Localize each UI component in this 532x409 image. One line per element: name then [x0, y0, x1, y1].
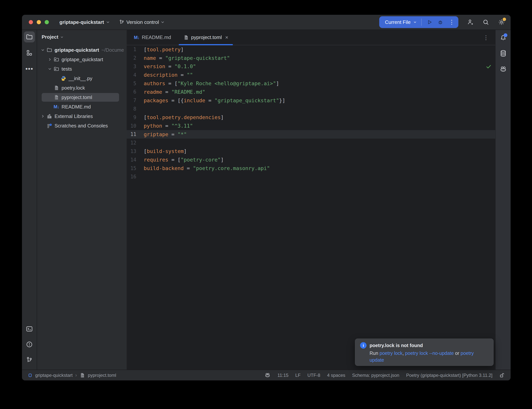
notification-link[interactable]: poetry lock --no-update — [405, 351, 454, 356]
scratches-icon — [46, 122, 53, 129]
structure-tool-button[interactable] — [24, 47, 35, 58]
code-line-8[interactable]: 8 — [127, 105, 495, 113]
code-line-text: packages = [{include = "griptape_quickst… — [144, 98, 285, 103]
unlocked-padlock-icon[interactable] — [499, 372, 505, 378]
module-icon — [28, 373, 33, 378]
info-icon: i — [360, 342, 367, 349]
line-number: 16 — [127, 174, 136, 179]
tab-readme-md[interactable]: M↓README.md — [129, 30, 176, 45]
chevron-down-icon[interactable] — [413, 21, 417, 23]
code-line-13[interactable]: 13[build-system] — [127, 147, 495, 156]
code-line-text: version = "0.1.0" — [144, 64, 196, 69]
maximize-window-button[interactable] — [45, 20, 49, 24]
problems-icon — [26, 341, 33, 348]
close-tab-icon[interactable]: × — [225, 35, 228, 40]
project-tool-button[interactable] — [24, 31, 35, 42]
tree-item-griptape-quickstart[interactable]: griptape_quickstart — [37, 55, 127, 64]
chevron-right-icon[interactable] — [46, 57, 53, 61]
tree-item-tests[interactable]: tests — [37, 64, 127, 74]
chevron-right-icon[interactable] — [39, 114, 46, 118]
code-line-text: readme = "README.md" — [144, 89, 205, 95]
run-more-actions-icon[interactable]: ⋮ — [449, 19, 455, 25]
run-icon[interactable] — [426, 19, 433, 25]
code-line-7[interactable]: 7packages = [{include = "griptape_quicks… — [127, 96, 495, 105]
line-number: 12 — [127, 140, 136, 146]
minimize-window-button[interactable] — [37, 20, 41, 24]
notification-link[interactable]: poetry lock — [380, 351, 403, 356]
add-user-icon[interactable] — [467, 19, 474, 26]
tree-item-griptape-quickstart[interactable]: griptape-quickstart~/Docume — [37, 45, 127, 55]
project-selector[interactable]: griptape-quickstart — [59, 19, 110, 25]
tab-pyproject-toml[interactable]: [T]pyproject.toml× — [179, 30, 233, 45]
line-number: 1 — [127, 46, 136, 52]
more-tool-windows-button[interactable]: ••• — [24, 63, 35, 74]
tree-item-readme-md[interactable]: M↓README.md — [37, 102, 127, 112]
code-line-5[interactable]: 5authors = ["Kyle Roche <hello@griptape.… — [127, 79, 495, 88]
code-line-12[interactable]: 12 — [127, 139, 495, 147]
code-editor[interactable]: 1[tool.poetry]2name = "griptape-quicksta… — [127, 45, 495, 370]
chevron-down-icon[interactable] — [46, 68, 53, 70]
code-line-11[interactable]: 11griptape = "*" — [127, 130, 495, 139]
tree-item-label: griptape_quickstart — [62, 57, 103, 63]
terminal-tool-button[interactable] — [24, 323, 35, 335]
code-line-4[interactable]: 4description = "" — [127, 71, 495, 79]
tree-item-pyproject-toml[interactable]: [T]pyproject.toml — [37, 93, 127, 102]
code-line-1[interactable]: 1[tool.poetry] — [127, 45, 495, 54]
close-window-button[interactable] — [29, 20, 33, 24]
tree-item-external-libraries[interactable]: External Libraries — [37, 112, 127, 121]
ai-assistant-icon[interactable] — [265, 372, 271, 378]
tree-item-scratches-and-consoles[interactable]: Scratches and Consoles — [37, 121, 127, 130]
code-line-10[interactable]: 10python = "^3.11" — [127, 121, 495, 130]
line-number: 5 — [127, 81, 136, 86]
line-number: 15 — [127, 166, 136, 171]
markdown-icon: M↓ — [53, 103, 60, 110]
settings-notification-badge — [503, 18, 506, 21]
code-line-14[interactable]: 14requires = ["poetry-core"] — [127, 156, 495, 164]
project-selector-label: griptape-quickstart — [59, 19, 104, 25]
vcs-selector[interactable]: Version control — [119, 19, 165, 25]
notifications-bell-icon[interactable] — [499, 34, 507, 41]
tree-item-label: tests — [62, 66, 72, 72]
debug-icon[interactable] — [437, 19, 444, 25]
code-line-text: requires = ["poetry-core"] — [144, 157, 224, 163]
code-line-text: name = "griptape-quickstart" — [144, 55, 230, 61]
status-item-poetry-griptape-quickstart-python-3-11-2-[interactable]: Poetry (griptape-quickstart) [Python 3.1… — [406, 373, 492, 378]
chevron-down-icon — [60, 36, 64, 38]
code-line-6[interactable]: 6readme = "README.md" — [127, 88, 495, 96]
git-tool-button[interactable] — [24, 354, 35, 365]
code-line-15[interactable]: 15build-backend = "poetry.core.masonry.a… — [127, 164, 495, 173]
code-line-3[interactable]: 3version = "0.1.0" — [127, 62, 495, 71]
python-icon — [60, 75, 67, 82]
problems-tool-button[interactable] — [24, 339, 35, 350]
breadcrumb-project[interactable]: griptape-quickstart — [35, 373, 73, 378]
search-icon[interactable] — [482, 19, 489, 26]
vcs-selector-label: Version control — [127, 19, 159, 25]
title-bar-actions: Current File ⋮ — [379, 16, 511, 28]
tree-item-label: pyproject.toml — [62, 94, 92, 100]
settings-gear-icon[interactable] — [498, 18, 505, 26]
breadcrumb-file[interactable]: pyproject.toml — [88, 373, 116, 378]
database-icon[interactable] — [499, 50, 507, 57]
tab-options-icon[interactable]: ⋮ — [483, 34, 489, 41]
status-item-schema[interactable]: Schema: pyproject.json — [352, 373, 399, 378]
notification-text: , — [403, 351, 405, 356]
package-folder-icon — [53, 66, 60, 72]
status-item-lf[interactable]: LF — [295, 373, 301, 378]
tree-item-label: griptape-quickstart — [55, 47, 99, 53]
project-panel: Project griptape-quickstart~/Documegript… — [37, 30, 127, 370]
code-line-text: authors = ["Kyle Roche <hello@griptape.a… — [144, 81, 279, 86]
status-item-11[interactable]: 11:15 — [277, 373, 288, 378]
run-config-selector[interactable]: Current File — [385, 19, 411, 25]
tree-item-poetry-lock[interactable]: [T]poetry.lock — [37, 83, 127, 93]
code-line-9[interactable]: 9[tool.poetry.dependencies] — [127, 113, 495, 121]
ai-assistant-icon[interactable] — [499, 65, 507, 73]
line-number: 2 — [127, 55, 136, 61]
project-panel-header[interactable]: Project — [42, 34, 127, 40]
status-item-utf-8[interactable]: UTF-8 — [307, 373, 320, 378]
tree-item--init-py[interactable]: __init__.py — [37, 74, 127, 83]
chevron-down-icon[interactable] — [39, 49, 46, 51]
code-line-16[interactable]: 16 — [127, 173, 495, 181]
code-line-2[interactable]: 2name = "griptape-quickstart" — [127, 54, 495, 62]
toml-icon: [T] — [183, 35, 189, 40]
status-item-4-spaces[interactable]: 4 spaces — [327, 373, 345, 378]
